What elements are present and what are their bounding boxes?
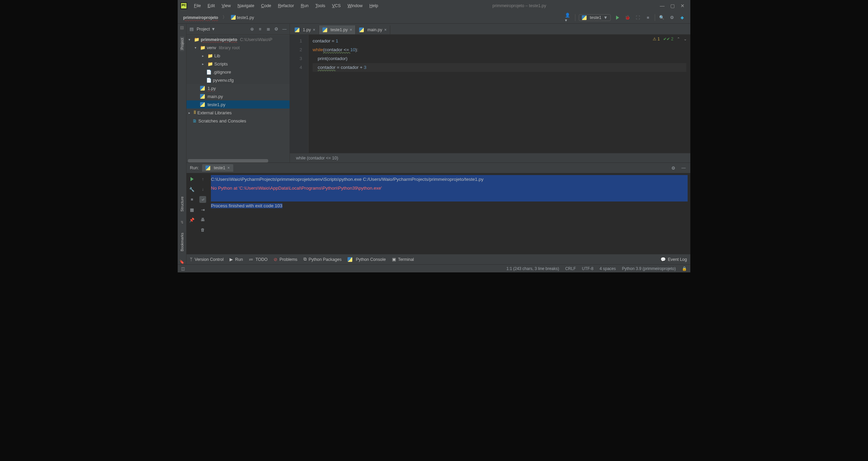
stop-button[interactable]: ■: [189, 196, 195, 203]
tree-venv[interactable]: ▾📁 venv library root: [186, 43, 290, 52]
check-icon[interactable]: ✔✔ 2: [663, 37, 673, 41]
soft-wrap-icon[interactable]: ⤶: [199, 196, 206, 203]
trash-icon[interactable]: 🗑: [199, 227, 206, 233]
chevron-down-icon[interactable]: ▼: [211, 27, 215, 32]
breadcrumb-file[interactable]: teste1.py: [228, 14, 257, 21]
menu-run[interactable]: Run: [297, 2, 312, 9]
scroll-to-end-icon[interactable]: ⇥: [199, 206, 206, 213]
hide-panel-icon[interactable]: —: [281, 27, 288, 32]
menu-edit[interactable]: Edit: [204, 2, 218, 9]
tree-folder-lib[interactable]: ▸📁Lib: [186, 52, 290, 60]
editor-tab-teste1-py[interactable]: teste1.py×: [319, 25, 356, 34]
tool-python-packages[interactable]: ⧉Python Packages: [303, 257, 341, 262]
status-position[interactable]: 1:1 (243 chars, 3 line breaks): [506, 266, 559, 271]
close-button[interactable]: ✕: [677, 2, 688, 10]
close-icon[interactable]: ×: [227, 166, 230, 170]
windows-icon[interactable]: ◫: [181, 266, 185, 271]
app-icon: [180, 2, 187, 9]
tree-scratches[interactable]: 🗎Scratches and Consoles: [186, 117, 290, 125]
project-tree[interactable]: ▾📁 primmeiroprojeto C:\Users\Waio\P ▾📁 v…: [186, 35, 290, 158]
rail-project[interactable]: Project: [180, 37, 184, 51]
pin-icon[interactable]: 📌: [189, 216, 195, 223]
tree-file-teste1py[interactable]: teste1.py: [186, 100, 290, 109]
down-icon[interactable]: ↓: [199, 186, 206, 193]
lock-icon[interactable]: 🔒: [682, 266, 687, 271]
tool-python-console[interactable]: Python Console: [348, 257, 386, 262]
tool-run[interactable]: ▶Run: [230, 257, 243, 262]
search-icon[interactable]: 🔍: [658, 14, 665, 21]
menu-file[interactable]: File: [191, 2, 204, 9]
editor-tab-1-py[interactable]: 1.py×: [291, 25, 319, 34]
status-indent[interactable]: 4 spaces: [599, 266, 616, 271]
python-icon: [200, 86, 205, 91]
debug-button[interactable]: 🐞: [624, 14, 631, 21]
tree-folder-scripts[interactable]: ▸📁Scripts: [186, 60, 290, 68]
breadcrumb-project[interactable]: primmeiroprojeto: [180, 15, 221, 21]
collapse-all-icon[interactable]: ≣: [265, 26, 271, 32]
tree-root[interactable]: ▾📁 primmeiroprojeto C:\Users\Waio\P: [186, 35, 290, 43]
close-icon[interactable]: ×: [350, 27, 352, 32]
editor-tab-main-py[interactable]: main.py×: [356, 25, 390, 34]
layout-icon[interactable]: ▦: [189, 206, 195, 213]
chevron-down-icon[interactable]: ⌄: [684, 37, 687, 41]
warning-icon[interactable]: ⚠ 1: [653, 37, 660, 41]
help-icon[interactable]: ◆: [679, 14, 686, 21]
run-config-selector[interactable]: teste1 ▼: [579, 14, 611, 21]
tree-file-mainpy[interactable]: main.py: [186, 92, 290, 100]
status-interpreter[interactable]: Python 3.9 (primmeiroprojeto): [622, 266, 676, 271]
wrench-icon[interactable]: 🔧: [189, 186, 195, 193]
rerun-button[interactable]: [189, 176, 195, 183]
code-content[interactable]: contador = 1while(contador <= 10): print…: [309, 35, 690, 153]
horizontal-scrollbar[interactable]: [188, 159, 288, 162]
locate-icon[interactable]: ⊕: [249, 26, 255, 32]
status-line-sep[interactable]: CRLF: [565, 266, 576, 271]
run-button[interactable]: [614, 14, 621, 21]
menu-code[interactable]: Code: [258, 2, 275, 9]
list-icon: ≔: [249, 257, 253, 262]
settings-icon[interactable]: ⚙: [669, 14, 675, 21]
menu-view[interactable]: View: [218, 2, 234, 9]
stop-button[interactable]: ■: [645, 14, 651, 21]
tool-version-control[interactable]: ᛘVersion Control: [190, 257, 223, 262]
close-icon[interactable]: ×: [313, 27, 315, 32]
rail-bookmarks[interactable]: Bookmarks: [180, 231, 184, 253]
menu-window[interactable]: Window: [344, 2, 366, 9]
project-view-icon[interactable]: ▤: [189, 26, 195, 32]
maximize-button[interactable]: ▢: [667, 2, 677, 10]
rail-structure[interactable]: Structure: [180, 195, 184, 213]
add-user-icon[interactable]: 👤▾: [565, 14, 572, 21]
hide-panel-icon[interactable]: —: [680, 165, 687, 171]
menu-tools[interactable]: Tools: [312, 2, 329, 9]
tree-external-libraries[interactable]: ▸𝄃𝄃External Libraries: [186, 109, 290, 117]
print-icon[interactable]: 🖶: [199, 216, 206, 223]
inspections-widget[interactable]: ⚠ 1 ✔✔ 2 ⌃ ⌄: [653, 37, 687, 41]
menu-refactor[interactable]: Refactor: [275, 2, 297, 9]
status-encoding[interactable]: UTF-8: [582, 266, 593, 271]
tree-file-1py[interactable]: 1.py: [186, 84, 290, 92]
tree-file-gitignore[interactable]: 📄.gitignore: [186, 68, 290, 76]
menu-navigate[interactable]: Navigate: [234, 2, 258, 9]
code-editor[interactable]: 1234 contador = 1while(contador <= 10): …: [290, 35, 690, 153]
run-output[interactable]: C:\Users\Waio\PycharmProjects\primmeirop…: [208, 173, 690, 254]
editor-breadcrumb[interactable]: while (contador <= 10): [290, 153, 690, 162]
settings-icon[interactable]: ⚙: [670, 165, 677, 171]
expand-all-icon[interactable]: ≡: [257, 27, 263, 32]
tree-file-pyvenv[interactable]: 📄pyvenv.cfg: [186, 76, 290, 84]
tool-terminal[interactable]: ▣Terminal: [392, 257, 414, 262]
tool-todo[interactable]: ≔TODO: [249, 257, 268, 262]
navigation-bar: primmeiroprojeto 〉 teste1.py 👤▾ teste1 ▼…: [178, 12, 690, 24]
tool-problems[interactable]: ⊘Problems: [274, 257, 297, 262]
chevron-up-icon[interactable]: ⌃: [677, 37, 680, 41]
tool-event-log[interactable]: 💬Event Log: [660, 257, 687, 262]
close-icon[interactable]: ×: [384, 27, 387, 32]
menu-help[interactable]: Help: [366, 2, 381, 9]
menu-vcs[interactable]: VCS: [329, 2, 344, 9]
settings-icon[interactable]: ⚙: [273, 26, 279, 32]
minimize-button[interactable]: —: [657, 2, 667, 10]
run-tab[interactable]: teste1 ×: [202, 164, 233, 172]
folder-icon[interactable]: ▤: [180, 25, 184, 30]
python-icon: [295, 27, 299, 32]
coverage-button[interactable]: ⛶: [634, 14, 641, 21]
breadcrumb[interactable]: primmeiroprojeto 〉 teste1.py: [180, 14, 257, 21]
up-icon[interactable]: ↑: [199, 176, 206, 183]
